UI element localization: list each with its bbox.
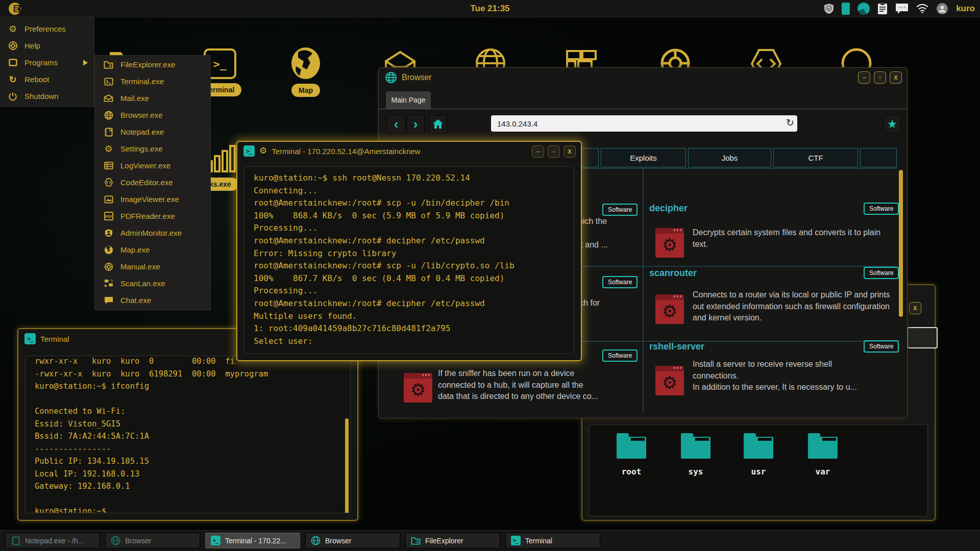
menu-item-preferences[interactable]: ⚙ Preferences xyxy=(0,20,94,37)
folder-item[interactable]: sys xyxy=(666,433,725,477)
terminal-titlebar[interactable]: >_ ⚙ Terminal - 170.220.52.14@Amerstainc… xyxy=(237,142,581,160)
terminal-icon: >_ xyxy=(24,333,36,344)
card-desc-fragment: hich the xyxy=(578,217,607,226)
forward-button[interactable]: › xyxy=(406,115,425,133)
path-field[interactable] xyxy=(907,327,938,348)
submenu-item-browser[interactable]: Browser.exe xyxy=(95,107,210,123)
terminal-scrollbar[interactable] xyxy=(345,418,349,513)
terminal-text: kuro@station:~$ ssh root@Nessn 170.220.5… xyxy=(244,167,574,353)
app-icon: ⚙ xyxy=(404,373,432,403)
user-avatar-icon[interactable] xyxy=(936,3,948,15)
folder-icon xyxy=(617,433,646,459)
submenu-item-terminal[interactable]: Terminal.exe xyxy=(95,73,210,90)
submenu-item-imageviewer[interactable]: ImageViewer.exe xyxy=(95,191,210,208)
app-icon: ⚙ xyxy=(655,366,684,395)
submenu-item-mail[interactable]: Mail.exe xyxy=(95,90,210,107)
browser-scrollbar[interactable] xyxy=(899,170,903,317)
submenu-item-logviewer[interactable]: LogViewer.exe xyxy=(95,157,210,174)
network-icon xyxy=(103,279,114,288)
card-title[interactable]: decipher xyxy=(649,203,688,214)
taskbar-item-browser[interactable]: Browser xyxy=(105,533,200,548)
terminal-output[interactable]: rwxr-xr-x kuro kuro 0 00:00 fi -rwxr-xr-… xyxy=(25,356,351,513)
help-ring-icon xyxy=(8,41,18,51)
card-description: Decrypts certain system files and conver… xyxy=(693,227,897,250)
bookmark-button[interactable]: ★ xyxy=(883,115,901,133)
refresh-icon[interactable]: ↻ xyxy=(786,117,794,129)
username[interactable]: kuro xyxy=(956,4,975,14)
menu-item-programs[interactable]: Programs xyxy=(0,54,94,71)
submenu-item-adminmonitor[interactable]: AdminMonitor.exe xyxy=(95,224,210,241)
folder-item[interactable]: var xyxy=(793,433,852,477)
folder-item[interactable]: root xyxy=(602,433,661,477)
card-description: Install a server to receive reverse shel… xyxy=(693,359,902,393)
start-menu: ⚙ Preferences Help Programs ↻ Reboot Shu… xyxy=(0,17,94,107)
desktop-icon-map[interactable]: Map xyxy=(289,47,323,97)
submenu-item-pdfreader[interactable]: PDF PDFReader.exe xyxy=(95,208,210,224)
window-icon xyxy=(8,59,18,66)
chat-bubble-icon[interactable] xyxy=(895,3,909,14)
clipboard-icon[interactable] xyxy=(877,2,888,15)
submenu-item-notepad[interactable]: Notepad.exe xyxy=(95,123,210,140)
site-tab-stub[interactable] xyxy=(860,148,897,167)
site-tab-exploits[interactable]: Exploits xyxy=(601,148,686,167)
star-icon: ★ xyxy=(888,118,897,130)
ssh-terminal-window: >_ ⚙ Terminal - 170.220.52.14@Amerstainc… xyxy=(236,141,582,361)
close-button[interactable]: X xyxy=(909,302,921,314)
taskbar-item-terminal-remote[interactable]: >_ Terminal - 170.22... xyxy=(205,533,300,548)
desktop-icon-label: Map xyxy=(291,84,320,97)
code-icon xyxy=(103,178,114,187)
terminal-icon: >_ xyxy=(210,536,220,546)
minimize-button[interactable]: – xyxy=(532,145,544,158)
menu-item-help[interactable]: Help xyxy=(0,37,94,54)
wifi-icon[interactable] xyxy=(916,4,928,13)
submenu-item-codeeditor[interactable]: CodeEditor.exe xyxy=(95,174,210,191)
battery-icon[interactable] xyxy=(842,3,850,15)
address-bar[interactable]: 143.0.243.4 ↻ xyxy=(491,115,797,132)
browser-titlebar[interactable]: Browser – ▫ X xyxy=(379,68,907,87)
close-button[interactable]: X xyxy=(890,71,902,84)
pie-chart-icon[interactable] xyxy=(857,3,870,15)
browser-page-tab[interactable]: Main Page xyxy=(386,91,431,109)
help-ring-icon xyxy=(103,262,114,271)
folder-icon xyxy=(744,433,773,459)
gear-icon: ⚙ xyxy=(655,370,684,395)
submenu-item-fileexplorer[interactable]: FileExplorer.exe xyxy=(95,56,210,73)
forward-icon: › xyxy=(413,116,418,132)
taskbar-item-browser2[interactable]: Browser xyxy=(305,533,400,548)
folder-icon xyxy=(410,536,421,546)
gear-icon: ⚙ xyxy=(103,144,114,154)
url-text: 143.0.243.4 xyxy=(497,119,537,128)
chat-bubble-icon xyxy=(103,296,114,305)
taskbar-item-fileexplorer[interactable]: FileExplorer xyxy=(405,533,500,548)
card-description: Connects to a router via its local or pu… xyxy=(693,289,897,324)
map-globe-icon xyxy=(103,245,114,255)
submenu-item-scanlan[interactable]: ScanLan.exe xyxy=(95,275,210,292)
back-button[interactable]: ‹ xyxy=(387,115,405,133)
submenu-item-settings[interactable]: ⚙ Settings.exe xyxy=(95,140,210,157)
site-tab-ctf[interactable]: CTF xyxy=(773,148,858,167)
taskbar-item-notepad[interactable]: Notepad.exe - /h... xyxy=(5,533,100,548)
card-title[interactable]: rshell-server xyxy=(649,341,704,352)
software-badge: Software xyxy=(864,203,899,215)
maximize-button[interactable]: ▫ xyxy=(874,71,886,84)
submenu-item-map[interactable]: Map.exe xyxy=(95,241,210,258)
menu-item-shutdown[interactable]: Shutdown xyxy=(0,88,94,105)
gear-icon: ⚙ xyxy=(655,298,684,324)
card-title[interactable]: scanrouter xyxy=(649,268,697,279)
mail-icon xyxy=(103,94,114,102)
notepad-icon xyxy=(103,128,114,137)
home-button[interactable] xyxy=(429,115,447,133)
window-title: Terminal - 170.220.52.14@Amerstaincknew xyxy=(272,147,420,156)
taskbar-item-terminal[interactable]: >_ Terminal xyxy=(505,533,600,548)
programs-submenu: FileExplorer.exe Terminal.exe Mail.exe B… xyxy=(94,55,211,310)
maximize-button[interactable]: ▫ xyxy=(548,145,560,158)
shield-check-icon[interactable] xyxy=(824,3,834,14)
terminal-output[interactable]: kuro@station:~$ ssh root@Nessn 170.220.5… xyxy=(244,166,574,354)
menu-item-reboot[interactable]: ↻ Reboot xyxy=(0,71,94,88)
close-button[interactable]: X xyxy=(564,145,576,158)
folder-item[interactable]: usr xyxy=(729,433,788,477)
site-tab-jobs[interactable]: Jobs xyxy=(688,148,771,167)
minimize-button[interactable]: – xyxy=(858,71,870,84)
submenu-item-manual[interactable]: Manual.exe xyxy=(95,258,210,275)
submenu-item-chat[interactable]: Chat.exe xyxy=(95,292,210,309)
